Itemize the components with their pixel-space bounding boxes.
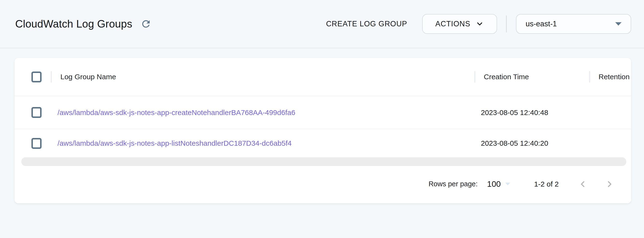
chevron-left-icon (578, 179, 588, 189)
region-select-value: us-east-1 (526, 20, 557, 28)
table-header-row: Log Group Name Creation Time Retention (14, 58, 631, 96)
chevron-right-icon (604, 179, 614, 189)
pagination-bar: Rows per page: 100 1-2 of 2 (14, 166, 631, 202)
rows-per-page-value: 100 (487, 179, 501, 189)
row-checkbox[interactable] (32, 138, 42, 149)
page-header: CloudWatch Log Groups CREATE LOG GROUP A… (0, 0, 644, 48)
table-row: /aws/lambda/aws-sdk-js-notes-app-createN… (14, 96, 631, 129)
horizontal-scrollbar[interactable] (21, 157, 626, 166)
refresh-icon (140, 18, 152, 30)
log-group-name-cell: /aws/lambda/aws-sdk-js-notes-app-listNot… (51, 139, 474, 148)
next-page-button[interactable] (604, 179, 614, 189)
creation-time-cell: 2023-08-05 12:40:20 (474, 139, 589, 148)
column-divider (589, 71, 590, 83)
actions-button[interactable]: ACTIONS (422, 14, 497, 34)
create-log-group-button[interactable]: CREATE LOG GROUP (325, 17, 408, 31)
dropdown-arrow-icon (615, 22, 622, 26)
dropdown-arrow-icon (505, 183, 510, 185)
header-checkbox-cell (14, 72, 51, 82)
log-groups-card: Log Group Name Creation Time Retention /… (14, 58, 631, 204)
header-divider (506, 16, 507, 32)
row-checkbox-cell (14, 138, 51, 149)
pagination-range: 1-2 of 2 (534, 180, 559, 188)
page-title: CloudWatch Log Groups (15, 18, 132, 30)
column-header-log-group-name[interactable]: Log Group Name (51, 73, 474, 81)
rows-per-page-label: Rows per page: (428, 180, 478, 188)
rows-per-page-select[interactable]: 100 (487, 179, 510, 189)
select-all-checkbox[interactable] (32, 72, 42, 82)
creation-time-cell: 2023-08-05 12:40:48 (474, 108, 589, 117)
log-group-link[interactable]: /aws/lambda/aws-sdk-js-notes-app-listNot… (58, 139, 292, 147)
region-select[interactable]: us-east-1 (516, 14, 631, 34)
cloudwatch-log-groups-page: CloudWatch Log Groups CREATE LOG GROUP A… (0, 0, 644, 238)
previous-page-button[interactable] (578, 179, 588, 189)
actions-button-label: ACTIONS (436, 20, 470, 28)
row-checkbox[interactable] (32, 107, 42, 118)
header-actions-group: CREATE LOG GROUP ACTIONS us-east-1 (325, 14, 631, 34)
column-header-creation-time[interactable]: Creation Time (474, 73, 589, 81)
column-divider (474, 71, 475, 83)
column-header-retention[interactable]: Retention (589, 73, 631, 81)
column-divider (51, 71, 52, 83)
row-checkbox-cell (14, 107, 51, 118)
table-row: /aws/lambda/aws-sdk-js-notes-app-listNot… (14, 129, 631, 157)
chevron-down-icon (476, 20, 484, 28)
log-group-link[interactable]: /aws/lambda/aws-sdk-js-notes-app-createN… (58, 108, 295, 116)
refresh-button[interactable] (140, 18, 152, 30)
log-group-name-cell: /aws/lambda/aws-sdk-js-notes-app-createN… (51, 108, 474, 117)
